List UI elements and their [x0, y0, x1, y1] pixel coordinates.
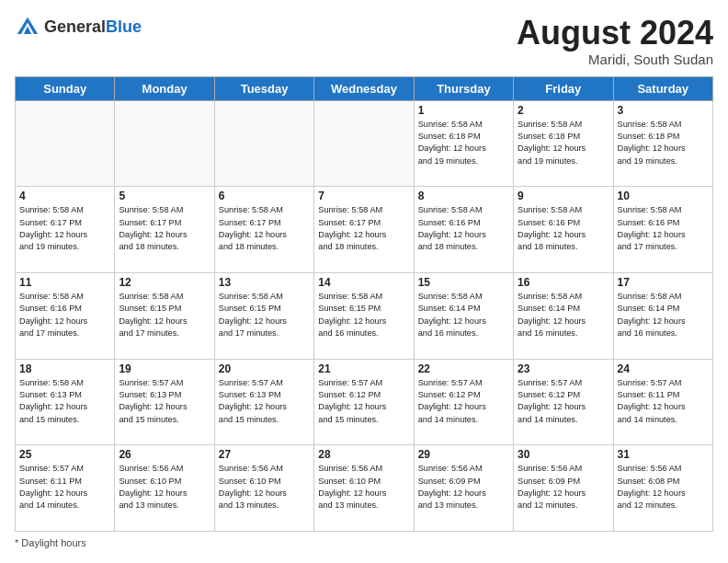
logo: GeneralBlue — [15, 15, 142, 40]
page: GeneralBlue August 2024 Maridi, South Su… — [0, 0, 728, 563]
month-year: August 2024 — [517, 15, 713, 52]
day-number: 9 — [518, 190, 609, 202]
col-monday: Monday — [115, 76, 214, 100]
day-number: 3 — [618, 104, 709, 117]
header: GeneralBlue August 2024 Maridi, South Su… — [15, 15, 713, 67]
day-info: Sunrise: 5:58 AM Sunset: 6:16 PM Dayligh… — [518, 204, 609, 253]
calendar: Sunday Monday Tuesday Wednesday Thursday… — [15, 76, 713, 532]
day-info: Sunrise: 5:56 AM Sunset: 6:09 PM Dayligh… — [518, 463, 609, 511]
week-row-4: 18Sunrise: 5:58 AM Sunset: 6:13 PM Dayli… — [16, 359, 713, 445]
col-saturday: Saturday — [613, 76, 712, 100]
day-info: Sunrise: 5:58 AM Sunset: 6:17 PM Dayligh… — [119, 204, 210, 253]
location: Maridi, South Sudan — [517, 52, 713, 67]
table-row: 16Sunrise: 5:58 AM Sunset: 6:14 PM Dayli… — [514, 272, 613, 359]
day-info: Sunrise: 5:57 AM Sunset: 6:12 PM Dayligh… — [518, 377, 609, 426]
table-row: 4Sunrise: 5:58 AM Sunset: 6:17 PM Daylig… — [16, 187, 115, 273]
logo-general: General — [44, 17, 106, 36]
day-info: Sunrise: 5:58 AM Sunset: 6:17 PM Dayligh… — [19, 204, 110, 253]
table-row: 24Sunrise: 5:57 AM Sunset: 6:11 PM Dayli… — [613, 359, 712, 445]
table-row — [16, 100, 115, 187]
table-row: 5Sunrise: 5:58 AM Sunset: 6:17 PM Daylig… — [115, 187, 214, 273]
day-number: 21 — [318, 362, 409, 375]
day-number: 10 — [618, 190, 709, 202]
day-info: Sunrise: 5:58 AM Sunset: 6:16 PM Dayligh… — [618, 204, 709, 253]
day-info: Sunrise: 5:56 AM Sunset: 6:10 PM Dayligh… — [318, 463, 409, 511]
day-number: 6 — [219, 190, 310, 202]
table-row: 30Sunrise: 5:56 AM Sunset: 6:09 PM Dayli… — [514, 445, 613, 532]
day-info: Sunrise: 5:57 AM Sunset: 6:12 PM Dayligh… — [418, 377, 509, 426]
day-info: Sunrise: 5:58 AM Sunset: 6:16 PM Dayligh… — [418, 204, 509, 253]
table-row: 20Sunrise: 5:57 AM Sunset: 6:13 PM Dayli… — [214, 359, 313, 445]
day-number: 30 — [518, 448, 609, 461]
day-number: 27 — [219, 448, 310, 461]
day-number: 29 — [418, 448, 509, 461]
logo-icon — [15, 15, 40, 40]
day-info: Sunrise: 5:56 AM Sunset: 6:10 PM Dayligh… — [119, 463, 210, 511]
table-row — [314, 100, 414, 187]
week-row-3: 11Sunrise: 5:58 AM Sunset: 6:16 PM Dayli… — [16, 272, 713, 359]
day-number: 5 — [119, 190, 210, 202]
week-row-2: 4Sunrise: 5:58 AM Sunset: 6:17 PM Daylig… — [16, 187, 713, 273]
table-row: 15Sunrise: 5:58 AM Sunset: 6:14 PM Dayli… — [414, 272, 513, 359]
day-info: Sunrise: 5:57 AM Sunset: 6:11 PM Dayligh… — [618, 377, 709, 426]
day-number: 24 — [618, 362, 709, 375]
table-row: 12Sunrise: 5:58 AM Sunset: 6:15 PM Dayli… — [115, 272, 214, 359]
day-info: Sunrise: 5:58 AM Sunset: 6:15 PM Dayligh… — [219, 291, 310, 339]
table-row: 21Sunrise: 5:57 AM Sunset: 6:12 PM Dayli… — [314, 359, 414, 445]
day-info: Sunrise: 5:58 AM Sunset: 6:13 PM Dayligh… — [19, 377, 110, 426]
day-number: 7 — [318, 190, 409, 202]
day-info: Sunrise: 5:58 AM Sunset: 6:18 PM Dayligh… — [418, 119, 509, 167]
table-row: 9Sunrise: 5:58 AM Sunset: 6:16 PM Daylig… — [514, 187, 613, 273]
title-block: August 2024 Maridi, South Sudan — [517, 15, 713, 67]
table-row: 6Sunrise: 5:58 AM Sunset: 6:17 PM Daylig… — [214, 187, 313, 273]
col-wednesday: Wednesday — [314, 76, 414, 100]
day-info: Sunrise: 5:58 AM Sunset: 6:14 PM Dayligh… — [618, 291, 709, 339]
table-row: 13Sunrise: 5:58 AM Sunset: 6:15 PM Dayli… — [214, 272, 313, 359]
day-number: 4 — [19, 190, 110, 202]
table-row: 1Sunrise: 5:58 AM Sunset: 6:18 PM Daylig… — [414, 100, 513, 187]
day-info: Sunrise: 5:56 AM Sunset: 6:08 PM Dayligh… — [618, 463, 709, 511]
day-info: Sunrise: 5:56 AM Sunset: 6:09 PM Dayligh… — [418, 463, 509, 511]
table-row: 3Sunrise: 5:58 AM Sunset: 6:18 PM Daylig… — [613, 100, 712, 187]
table-row: 17Sunrise: 5:58 AM Sunset: 6:14 PM Dayli… — [613, 272, 712, 359]
day-number: 23 — [518, 362, 609, 375]
col-tuesday: Tuesday — [214, 76, 313, 100]
day-number: 11 — [19, 276, 110, 289]
week-row-1: 1Sunrise: 5:58 AM Sunset: 6:18 PM Daylig… — [16, 100, 713, 187]
logo-text: GeneralBlue — [44, 18, 142, 37]
table-row: 22Sunrise: 5:57 AM Sunset: 6:12 PM Dayli… — [414, 359, 513, 445]
day-number: 8 — [418, 190, 509, 202]
day-info: Sunrise: 5:58 AM Sunset: 6:15 PM Dayligh… — [318, 291, 409, 339]
day-info: Sunrise: 5:58 AM Sunset: 6:16 PM Dayligh… — [19, 291, 110, 339]
table-row — [115, 100, 214, 187]
day-number: 15 — [418, 276, 509, 289]
day-info: Sunrise: 5:57 AM Sunset: 6:11 PM Dayligh… — [19, 463, 110, 511]
day-number: 28 — [318, 448, 409, 461]
table-row: 18Sunrise: 5:58 AM Sunset: 6:13 PM Dayli… — [16, 359, 115, 445]
table-row: 10Sunrise: 5:58 AM Sunset: 6:16 PM Dayli… — [613, 187, 712, 273]
day-info: Sunrise: 5:58 AM Sunset: 6:18 PM Dayligh… — [618, 119, 709, 167]
day-info: Sunrise: 5:58 AM Sunset: 6:14 PM Dayligh… — [518, 291, 609, 339]
table-row: 29Sunrise: 5:56 AM Sunset: 6:09 PM Dayli… — [414, 445, 513, 532]
table-row: 14Sunrise: 5:58 AM Sunset: 6:15 PM Dayli… — [314, 272, 414, 359]
table-row: 25Sunrise: 5:57 AM Sunset: 6:11 PM Dayli… — [16, 445, 115, 532]
day-info: Sunrise: 5:58 AM Sunset: 6:17 PM Dayligh… — [318, 204, 409, 253]
week-row-5: 25Sunrise: 5:57 AM Sunset: 6:11 PM Dayli… — [16, 445, 713, 532]
table-row: 2Sunrise: 5:58 AM Sunset: 6:18 PM Daylig… — [514, 100, 613, 187]
day-number: 22 — [418, 362, 509, 375]
day-number: 2 — [518, 104, 609, 117]
table-row: 28Sunrise: 5:56 AM Sunset: 6:10 PM Dayli… — [314, 445, 414, 532]
day-info: Sunrise: 5:58 AM Sunset: 6:18 PM Dayligh… — [518, 119, 609, 167]
calendar-header-row: Sunday Monday Tuesday Wednesday Thursday… — [16, 76, 713, 100]
table-row: 7Sunrise: 5:58 AM Sunset: 6:17 PM Daylig… — [314, 187, 414, 273]
day-info: Sunrise: 5:56 AM Sunset: 6:10 PM Dayligh… — [219, 463, 310, 511]
day-number: 17 — [618, 276, 709, 289]
footer-daylight-text: Daylight hours — [21, 537, 85, 548]
day-number: 1 — [418, 104, 509, 117]
day-number: 31 — [618, 448, 709, 461]
col-friday: Friday — [514, 76, 613, 100]
day-number: 25 — [19, 448, 110, 461]
day-number: 13 — [219, 276, 310, 289]
logo-blue: Blue — [106, 17, 142, 36]
table-row: 31Sunrise: 5:56 AM Sunset: 6:08 PM Dayli… — [613, 445, 712, 532]
